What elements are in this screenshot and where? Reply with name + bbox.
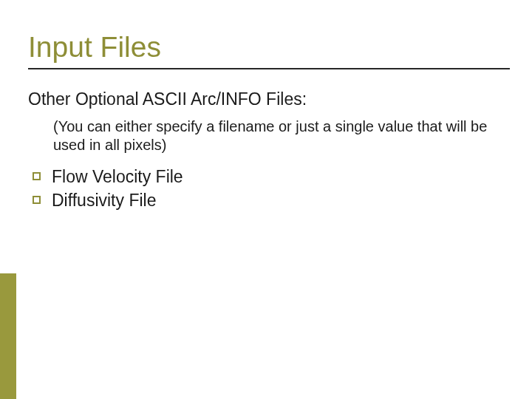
bullet-list: Flow Velocity File Diffusivity File: [33, 165, 510, 212]
title-underline: [28, 68, 510, 69]
slide-title: Input Files: [28, 31, 510, 64]
slide-content: Input Files Other Optional ASCII Arc/INF…: [28, 31, 510, 212]
side-accent-bar: [0, 273, 16, 399]
list-item-label: Flow Velocity File: [52, 167, 183, 186]
list-item: Diffusivity File: [33, 188, 510, 212]
list-item: Flow Velocity File: [33, 165, 510, 188]
subheading: Other Optional ASCII Arc/INFO Files:: [28, 89, 510, 110]
list-item-label: Diffusivity File: [52, 191, 156, 210]
note-text: (You can either specify a filename or ju…: [53, 117, 510, 154]
